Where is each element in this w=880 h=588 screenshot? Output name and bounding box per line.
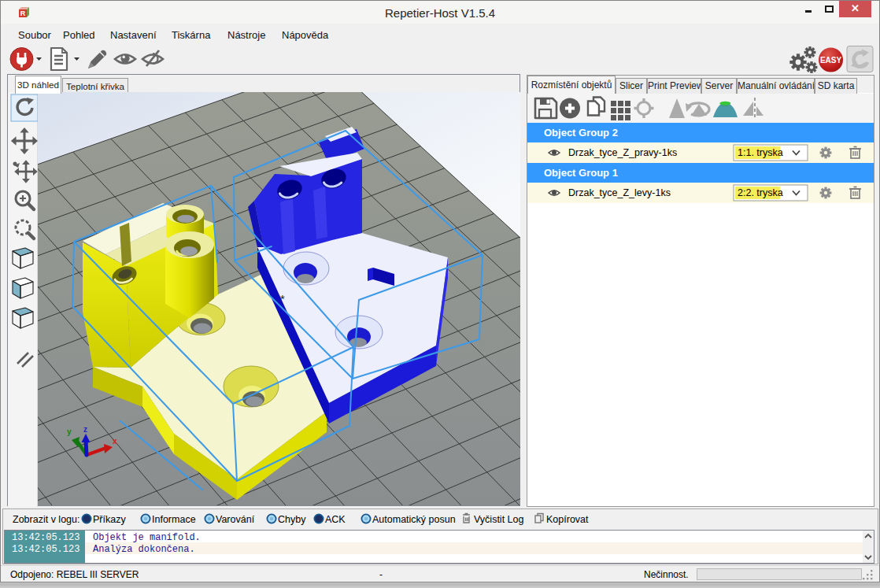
svg-text:Kopírovat: Kopírovat: [546, 514, 589, 525]
svg-text:ACK: ACK: [325, 514, 346, 525]
svg-text:Automatický posun: Automatický posun: [372, 514, 456, 525]
svg-text:Zobrazit v logu:: Zobrazit v logu:: [13, 514, 79, 525]
svg-text:Chyby: Chyby: [278, 514, 306, 525]
svg-text:2:2. tryska: 2:2. tryska: [738, 187, 783, 198]
svg-text:Drzak_tyce_Z_levy-1ks: Drzak_tyce_Z_levy-1ks: [568, 187, 671, 198]
svg-text:Informace: Informace: [152, 514, 196, 525]
svg-text:*: *: [280, 292, 285, 305]
svg-text:EASY: EASY: [820, 56, 842, 65]
svg-text:x: x: [113, 437, 117, 446]
svg-text:Drzak_tyce_Z_pravy-1ks: Drzak_tyce_Z_pravy-1ks: [568, 147, 677, 158]
svg-text:z: z: [83, 425, 87, 434]
svg-text:1:1. tryska: 1:1. tryska: [738, 147, 783, 158]
svg-text:Vyčistit Log: Vyčistit Log: [474, 514, 524, 525]
svg-text:y: y: [67, 427, 72, 436]
svg-text:Varování: Varování: [216, 514, 255, 525]
svg-text:Příkazy: Příkazy: [93, 514, 126, 525]
